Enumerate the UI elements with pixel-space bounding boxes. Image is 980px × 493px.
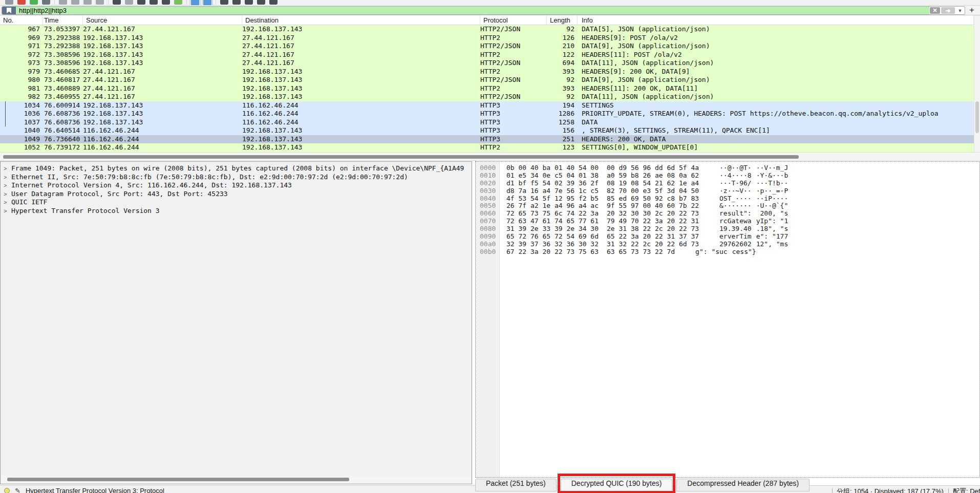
packet-row-973[interactable]: 97373.308596192.168.137.14327.44.121.167… xyxy=(0,59,974,68)
packet-row-967[interactable]: 96773.05339727.44.121.167192.168.137.143… xyxy=(0,25,974,34)
detail-line-0[interactable]: >Frame 1049: Packet, 251 bytes on wire (… xyxy=(4,164,472,173)
column-header-time[interactable]: Time xyxy=(43,15,83,25)
filter-dropdown-caret-icon[interactable]: ▼ xyxy=(956,7,964,14)
packet-row-972[interactable]: 97273.308596192.168.137.14327.44.121.167… xyxy=(0,51,974,59)
hex-offset: 0010 xyxy=(480,172,498,179)
column-header-protocol[interactable]: Protocol xyxy=(480,15,547,25)
tab-decrypted[interactable]: Decrypted QUIC (190 bytes) xyxy=(561,479,673,491)
capture-start-icon[interactable] xyxy=(5,0,13,5)
scrollbar-thumb[interactable] xyxy=(975,101,979,133)
packet-row-1036[interactable]: 103676.608736192.168.137.143116.162.46.2… xyxy=(0,110,974,118)
column-header-source[interactable]: Source xyxy=(83,15,242,25)
zoom-in-icon[interactable] xyxy=(220,0,228,5)
hex-row-0040[interactable]: 00404f 53 54 5f 12 95 f2 b585 ed 69 50 9… xyxy=(476,195,979,202)
capture-restart-icon[interactable] xyxy=(30,0,38,5)
expander-icon[interactable]: > xyxy=(4,199,11,205)
open-file-icon[interactable] xyxy=(59,0,67,5)
go-back-icon[interactable] xyxy=(125,0,133,5)
hex-row-0020[interactable]: 0020d1 bf f5 54 02 39 36 2f08 19 08 54 2… xyxy=(476,179,979,187)
details-horizontal-scrollbar[interactable] xyxy=(1,476,471,483)
packet-row-1034[interactable]: 103476.600914192.168.137.143116.162.46.2… xyxy=(0,101,974,110)
expander-icon[interactable]: > xyxy=(4,191,11,197)
reset-layout-icon[interactable] xyxy=(269,0,278,5)
capture-stop-icon[interactable] xyxy=(17,0,26,5)
detail-line-5[interactable]: >Hypertext Transfer Protocol Version 3 xyxy=(4,207,472,216)
detail-line-2[interactable]: >Internet Protocol Version 4, Src: 116.1… xyxy=(4,181,472,190)
detail-line-4[interactable]: >QUIC IETF xyxy=(4,198,472,207)
packet-row-969[interactable]: 96973.292388192.168.137.14327.44.121.167… xyxy=(0,34,974,42)
packet-list: No.TimeSourceDestinationProtocolLengthIn… xyxy=(0,15,974,152)
packet-row-1040[interactable]: 104076.640514116.162.46.244192.168.137.1… xyxy=(0,126,974,135)
tab-packet[interactable]: Packet (251 bytes) xyxy=(475,479,557,491)
go-to-packet-icon[interactable] xyxy=(150,0,158,5)
column-header-info[interactable]: Info xyxy=(578,15,974,25)
cell-source: 27.44.121.167 xyxy=(83,68,242,76)
filter-add-button[interactable]: + xyxy=(967,6,977,15)
go-first-icon[interactable] xyxy=(162,0,170,5)
hex-row-0070[interactable]: 007072 63 47 61 74 65 77 6179 49 70 22 3… xyxy=(476,217,979,225)
scrollbar-thumb[interactable] xyxy=(3,155,799,159)
packet-row-981[interactable]: 98173.46088927.44.121.167192.168.137.143… xyxy=(0,84,974,93)
column-header-length[interactable]: Length xyxy=(547,15,578,25)
resize-columns-icon[interactable] xyxy=(257,0,265,5)
cell-info: HEADERS[11]: 200 OK, DATA[11] xyxy=(578,84,974,93)
zoom-reset-icon[interactable] xyxy=(245,0,253,5)
detail-line-1[interactable]: >Ethernet II, Src: 7e:50:79:b8:8c:fb (7e… xyxy=(4,173,472,182)
filter-clear-icon[interactable]: ✕ xyxy=(930,7,940,14)
hex-row-00b0[interactable]: 00b067 22 3a 20 22 73 75 6363 65 73 73 2… xyxy=(476,248,979,255)
ascii-bytes: ···T·96/ xyxy=(719,179,752,187)
packet-row-1052[interactable]: 105276.739172116.162.46.244192.168.137.1… xyxy=(0,143,974,152)
tab-decompressed[interactable]: Decompressed Header (287 bytes) xyxy=(676,479,809,491)
hex-row-0060[interactable]: 006072 65 73 75 6c 74 22 3a20 32 30 30 2… xyxy=(476,209,979,217)
go-last-icon[interactable] xyxy=(174,0,182,5)
go-forward-icon[interactable] xyxy=(137,0,145,5)
hex-row-0000[interactable]: 00000b 00 40 ba 01 40 54 0000 d9 56 96 d… xyxy=(476,164,979,172)
packet-row-980[interactable]: 98073.46081727.44.121.167192.168.137.143… xyxy=(0,76,974,84)
packet-row-1037[interactable]: 103776.608736192.168.137.143116.162.46.2… xyxy=(0,118,974,127)
find-packet-icon[interactable] xyxy=(113,0,121,5)
expander-icon[interactable]: > xyxy=(4,182,11,188)
ascii-bytes: ··V··m_J xyxy=(756,164,789,172)
hex-row-0050[interactable]: 005026 7f a2 1e a4 96 a4 ac9f 55 97 00 4… xyxy=(476,202,979,209)
hex-row-0080[interactable]: 008031 39 2e 33 39 2e 34 302e 31 38 22 2… xyxy=(476,225,979,232)
packet-row-979[interactable]: 97973.46068527.44.121.167192.168.137.143… xyxy=(0,68,974,76)
expander-icon[interactable]: > xyxy=(4,174,11,180)
close-file-icon[interactable] xyxy=(83,0,92,5)
zoom-out-icon[interactable] xyxy=(232,0,241,5)
save-file-icon[interactable] xyxy=(71,0,79,5)
column-header-no[interactable]: No. xyxy=(0,15,43,25)
ascii-bytes: 200, "s xyxy=(756,209,789,217)
colorize-icon[interactable] xyxy=(203,0,211,6)
capture-options-icon[interactable] xyxy=(42,0,50,5)
display-filter-input[interactable] xyxy=(16,7,929,14)
filter-bookmark-icon[interactable] xyxy=(2,7,16,14)
hex-bytes: 67 22 3a 20 22 73 75 63 xyxy=(506,248,599,255)
expert-info-icon[interactable] xyxy=(4,488,10,493)
packet-list-horizontal-scrollbar[interactable] xyxy=(0,152,980,161)
cell-no: 967 xyxy=(0,25,43,34)
hex-row-00a0[interactable]: 00a032 39 37 36 32 36 30 3231 32 22 2c 2… xyxy=(476,240,979,248)
reload-file-icon[interactable] xyxy=(96,0,104,5)
filter-apply-icon[interactable]: ➜ xyxy=(941,7,955,14)
column-header-destination[interactable]: Destination xyxy=(242,15,480,25)
hex-offset: 0020 xyxy=(480,179,498,187)
display-filter-bar: ✕ ➜ ▼ + xyxy=(0,6,980,15)
main-toolbar xyxy=(0,0,980,6)
packet-row-1049[interactable]: 104976.736640116.162.46.244192.168.137.1… xyxy=(0,135,974,144)
packet-row-971[interactable]: 97173.292388192.168.137.14327.44.121.167… xyxy=(0,42,974,51)
hex-row-0090[interactable]: 009065 72 76 65 72 54 69 6d65 22 3a 20 2… xyxy=(476,232,979,240)
hex-bytes: 82 70 00 e3 5f 3d 04 50 xyxy=(607,187,699,195)
packet-list-vertical-scrollbar[interactable] xyxy=(974,15,980,152)
packet-row-982[interactable]: 98273.46095527.44.121.167192.168.137.143… xyxy=(0,93,974,101)
expander-icon[interactable]: > xyxy=(4,208,11,214)
capture-comment-icon[interactable]: ✎ xyxy=(15,487,20,493)
scrollbar-thumb[interactable] xyxy=(7,478,349,481)
cell-length: 194 xyxy=(547,101,578,110)
hex-row-0010[interactable]: 001001 e5 34 0e c5 04 01 38a0 59 b8 26 a… xyxy=(476,172,979,179)
expander-icon[interactable]: > xyxy=(4,165,11,172)
auto-scroll-icon[interactable] xyxy=(191,0,199,6)
hex-bytes: 00 d9 56 96 dd 6d 5f 4a xyxy=(607,164,699,172)
detail-line-3[interactable]: >User Datagram Protocol, Src Port: 443, … xyxy=(4,190,472,199)
hex-row-0030[interactable]: 0030d8 7a 16 a4 7e 56 1c c582 70 00 e3 5… xyxy=(476,187,979,195)
cell-protocol: HTTP2 xyxy=(480,84,547,93)
